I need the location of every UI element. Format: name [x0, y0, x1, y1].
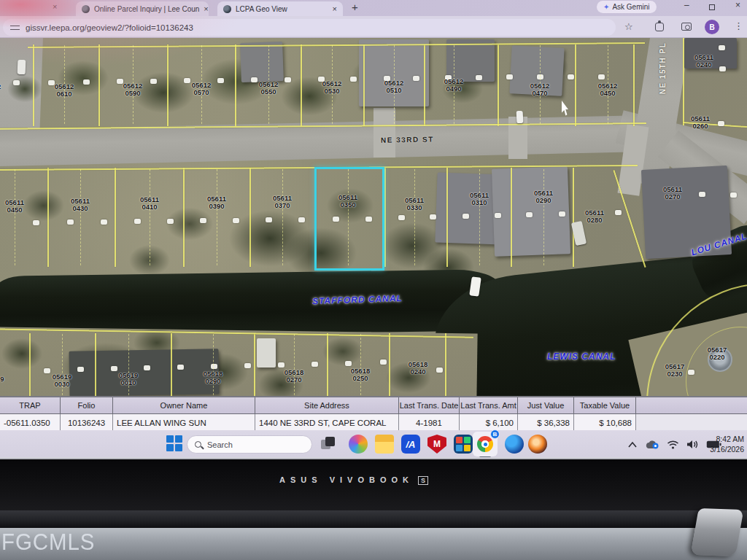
wifi-icon[interactable] — [667, 440, 679, 449]
tab-close-icon[interactable]: × — [204, 5, 208, 13]
parcel-label[interactable]: 05611 0270 — [656, 186, 689, 201]
lot-split-dashed-line — [414, 169, 415, 265]
gemini-sparkle-icon: ✦ — [603, 3, 609, 11]
laptop-bezel — [0, 459, 747, 510]
round-orange-app-icon[interactable] — [528, 435, 547, 454]
task-view-icon[interactable] — [321, 437, 336, 451]
parcel-label[interactable]: 05611 0370 — [266, 195, 299, 209]
ask-gemini-button[interactable]: ✦ Ask Gemini — [597, 1, 657, 13]
mcafee-shield-icon[interactable]: M — [427, 435, 446, 454]
bookmark-star-icon[interactable]: ☆ — [624, 21, 633, 32]
parcel-label[interactable]: 05611 0450 — [0, 199, 31, 214]
parcel-label[interactable]: 05612 0570 — [185, 82, 218, 96]
browser-menu-kebab-icon[interactable]: ⋮ — [734, 20, 743, 31]
lot-number-marker — [150, 79, 157, 84]
tab-close-icon[interactable]: × — [333, 5, 337, 13]
parcel-label[interactable]: 9 — [0, 376, 7, 383]
parcel-label[interactable]: 05611 0330 — [398, 197, 431, 211]
parcel-label[interactable]: 05611 0390 — [200, 195, 233, 210]
cell-last-trans-date: 4-1981 — [399, 414, 460, 432]
partial-tab-close-icon[interactable]: × — [53, 2, 57, 11]
parcel-boundary-line — [573, 168, 574, 267]
microsoft-store-icon[interactable] — [454, 435, 473, 454]
parcel-label[interactable]: 05612 0610 — [47, 83, 81, 98]
extensions-icon[interactable] — [655, 23, 664, 31]
parcel-label[interactable]: 05611 0290 — [527, 190, 560, 204]
tab-lcpa-geo-view[interactable]: LCPA Geo View × — [217, 1, 343, 16]
laptop-s-badge: S — [418, 476, 428, 485]
geoview-aerial-map[interactable]: 05612 063005612 061005612 059005612 0570… — [0, 38, 747, 396]
taskbar-clock[interactable]: 8:42 AM 3/16/2026 — [702, 434, 744, 454]
profile-avatar[interactable]: B — [705, 20, 719, 34]
parcel-label[interactable]: 05617 0220 — [700, 346, 734, 361]
parcel-label[interactable]: 05612 0530 — [315, 80, 349, 95]
parcel-boundary-line — [363, 44, 365, 126]
parcel-label[interactable]: 05619 0030 — [45, 373, 79, 388]
parcel-boundary-line — [445, 333, 446, 396]
site-settings-tune-icon[interactable] — [10, 24, 20, 31]
parcel-label[interactable]: 05611 0260 — [684, 115, 717, 130]
lot-number-marker — [718, 121, 724, 126]
minimize-button[interactable]: – — [684, 0, 689, 10]
parcel-label[interactable]: 05612 0510 — [377, 79, 411, 94]
parcel-label[interactable]: 05619 0010 — [112, 372, 145, 386]
cell-strap: -05611.0350 — [0, 414, 61, 432]
speaker-icon[interactable] — [686, 440, 699, 449]
cell-empty — [636, 414, 747, 432]
parcel-label[interactable]: 05618 0290 — [196, 370, 230, 385]
parcel-label[interactable]: 05611 0410 — [133, 196, 166, 211]
url-field[interactable]: gissvr.leepa.org/geoview2/?folioid=10136… — [3, 19, 616, 36]
parcel-label[interactable]: 05612 0590 — [116, 82, 150, 97]
parcel-boundary-line — [183, 168, 185, 267]
file-explorer-icon[interactable] — [375, 435, 394, 454]
parcel-boundary-line — [254, 333, 255, 396]
parcel-label[interactable]: 05617 0230 — [658, 363, 692, 378]
clock-date: 3/16/2026 — [702, 444, 744, 454]
chrome-taskbar-button[interactable]: B — [473, 432, 498, 456]
close-window-button[interactable]: × — [735, 0, 740, 10]
new-tab-button[interactable]: + — [352, 1, 358, 13]
lot-number-marker — [298, 217, 305, 222]
page-search-icon[interactable] — [681, 23, 692, 31]
street-label-ne-33rd: NE 33RD ST — [381, 135, 434, 144]
lot-number-marker — [345, 361, 352, 366]
tab-favicon — [223, 5, 231, 13]
parcel-boundary-line — [115, 168, 116, 267]
parcel-label[interactable]: 05618 0250 — [344, 368, 377, 382]
start-button-icon[interactable] — [166, 435, 182, 451]
parcel-label[interactable]: 05612 0470 — [523, 82, 557, 97]
a-app-icon[interactable]: /A — [401, 435, 420, 454]
parcel-label[interactable]: 05612 0630 — [0, 83, 8, 98]
lot-split-dashed-line — [360, 334, 361, 395]
copilot-icon[interactable] — [349, 435, 368, 454]
parcel-label[interactable]: 05612 0550 — [252, 81, 285, 96]
taskbar-search-input[interactable]: Search — [187, 435, 312, 454]
lot-number-marker — [559, 211, 565, 217]
parcel-label[interactable]: 05612 0450 — [591, 82, 624, 97]
parcel-label[interactable]: 05611 0310 — [462, 192, 496, 206]
blue-app-icon[interactable] — [505, 435, 524, 454]
parcel-label[interactable]: 05618 0270 — [277, 369, 311, 384]
parcel-label[interactable]: 05611 0430 — [63, 198, 97, 212]
parcel-label[interactable]: 05611 0240 — [687, 54, 721, 69]
onedrive-cloud-icon[interactable] — [645, 440, 659, 450]
maximize-button[interactable] — [709, 4, 715, 10]
driveway — [374, 108, 395, 158]
parcel-boundary-line — [327, 333, 328, 396]
parcel-boundary-line — [167, 44, 169, 126]
selected-parcel-outline[interactable] — [314, 167, 384, 271]
cell-folio: 10136243 — [61, 414, 113, 432]
cell-last-trans-amt: $ 6,100 — [460, 414, 518, 432]
table-row[interactable]: -05611.0350 10136243 LEE ALLAN WING SUN … — [0, 414, 747, 432]
lot-number-marker — [615, 210, 622, 215]
laptop-base — [0, 528, 747, 560]
parcel-label[interactable]: 05618 0240 — [401, 361, 435, 376]
tray-chevron-up-icon[interactable] — [627, 441, 638, 448]
lot-number-marker — [350, 77, 357, 82]
parcel-boundary-line — [33, 44, 34, 126]
parcel-boundary-line — [498, 44, 499, 126]
tab-online-parcel-inquiry[interactable]: Online Parcel Inquiry | Lee Coun × — [76, 1, 209, 16]
parcel-label[interactable]: 05611 0280 — [578, 209, 611, 224]
parcel-label[interactable]: 05612 0490 — [437, 78, 471, 93]
lot-number-marker — [33, 220, 39, 225]
